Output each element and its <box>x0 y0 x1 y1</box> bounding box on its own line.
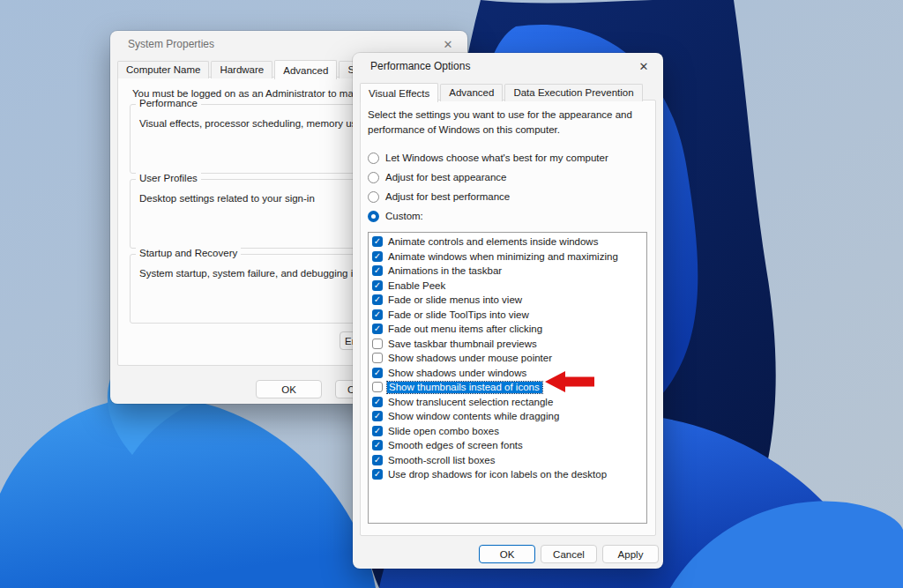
list-item-smooth-scroll-list-boxes[interactable]: ✓Smooth-scroll list boxes <box>369 453 646 468</box>
radio-icon[interactable] <box>368 172 379 183</box>
checkbox-icon[interactable]: ✓ <box>372 309 383 320</box>
apply-button[interactable]: Apply <box>602 545 659 563</box>
list-item-label: Save taskbar thumbnail previews <box>388 339 537 349</box>
list-item-label: Animations in the taskbar <box>388 265 502 276</box>
radio-icon[interactable] <box>368 191 379 203</box>
tab-po-advanced[interactable]: Advanced <box>440 84 503 101</box>
checkbox-icon[interactable]: ✓ <box>372 426 383 436</box>
radio-option-label: Let Windows choose what's best for my co… <box>385 153 608 163</box>
visual-effects-radio-group: Let Windows choose what's best for my co… <box>368 148 608 226</box>
checkbox-icon[interactable]: ✓ <box>372 236 383 247</box>
radio-option-label: Adjust for best performance <box>385 191 510 202</box>
red-arrow-annotation-icon <box>542 369 597 394</box>
radio-option-adjust-for-best-appearance[interactable]: Adjust for best appearance <box>368 167 608 187</box>
checkbox-icon[interactable]: ✓ <box>372 440 383 450</box>
checkbox-icon[interactable]: ✓ <box>372 411 383 421</box>
list-item-show-translucent-selection-rectangle[interactable]: ✓Show translucent selection rectangle <box>369 395 646 410</box>
checkbox-icon[interactable]: ✓ <box>372 265 383 276</box>
list-item-smooth-edges-of-screen-fonts[interactable]: ✓Smooth edges of screen fonts <box>369 438 646 453</box>
checkbox-icon[interactable]: ✓ <box>372 397 383 407</box>
checkbox-icon[interactable]: ✓ <box>372 294 383 305</box>
performance-options-titlebar: Performance Options ✕ <box>353 53 663 79</box>
list-item-label: Fade or slide menus into view <box>388 294 522 305</box>
list-item-fade-out-menu-items-after-clicking[interactable]: ✓Fade out menu items after clicking <box>369 322 646 337</box>
list-item-save-taskbar-thumbnail-previews[interactable]: Save taskbar thumbnail previews <box>369 337 646 352</box>
list-item-fade-or-slide-menus-into-view[interactable]: ✓Fade or slide menus into view <box>369 293 646 308</box>
tab-po-data-execution-prevention[interactable]: Data Execution Prevention <box>504 84 642 101</box>
checkbox-icon[interactable]: ✓ <box>372 455 383 465</box>
list-item-label: Use drop shadows for icon labels on the … <box>388 469 607 480</box>
checkbox-icon[interactable] <box>372 339 383 349</box>
radio-option-label: Adjust for best appearance <box>385 172 506 182</box>
group-startup-recovery-title: Startup and Recovery <box>136 248 241 258</box>
checkbox-icon[interactable]: ✓ <box>372 469 383 480</box>
performance-options-tabrow: Visual EffectsAdvancedData Execution Pre… <box>360 83 645 101</box>
list-item-label: Smooth-scroll list boxes <box>388 455 495 465</box>
visual-effects-description: Select the settings you want to use for … <box>368 108 643 138</box>
list-item-label: Show translucent selection rectangle <box>388 397 553 407</box>
close-icon[interactable]: ✕ <box>434 38 462 51</box>
list-item-use-drop-shadows-for-icon-labels-on-the-desktop[interactable]: ✓Use drop shadows for icon labels on the… <box>369 467 646 482</box>
list-item-label: Fade or slide ToolTips into view <box>388 309 529 320</box>
list-item-label: Show window contents while dragging <box>388 411 559 421</box>
list-item-show-shadows-under-windows[interactable]: ✓Show shadows under windows <box>369 366 646 381</box>
performance-options-title: Performance Options <box>370 60 470 72</box>
checkbox-icon[interactable]: ✓ <box>372 368 383 378</box>
list-item-animate-controls-and-elements-inside-windows[interactable]: ✓Animate controls and elements inside wi… <box>369 234 646 249</box>
list-item-animations-in-the-taskbar[interactable]: ✓Animations in the taskbar <box>369 264 646 279</box>
checkbox-icon[interactable] <box>372 353 383 363</box>
tab-sp-computer-name[interactable]: Computer Name <box>117 61 209 78</box>
performance-options-dialog: Performance Options ✕ Visual EffectsAdva… <box>353 53 663 569</box>
radio-option-let-windows-choose-what-s-best-for-my-computer[interactable]: Let Windows choose what's best for my co… <box>368 148 608 167</box>
radio-option-custom[interactable]: Custom: <box>368 206 608 226</box>
system-properties-title: System Properties <box>128 38 214 50</box>
list-item-fade-or-slide-tooltips-into-view[interactable]: ✓Fade or slide ToolTips into view <box>369 308 646 323</box>
checkbox-icon[interactable] <box>372 382 383 392</box>
checkbox-icon[interactable]: ✓ <box>372 280 383 291</box>
list-item-label-highlighted: Show thumbnails instead of icons <box>387 382 542 393</box>
tab-sp-advanced[interactable]: Advanced <box>274 60 337 79</box>
radio-option-label: Custom: <box>385 211 423 221</box>
close-icon[interactable]: ✕ <box>630 60 658 73</box>
list-item-label: Show shadows under mouse pointer <box>388 353 552 363</box>
cancel-button[interactable]: Cancel <box>541 545 597 563</box>
list-item-show-window-contents-while-dragging[interactable]: ✓Show window contents while dragging <box>369 409 646 424</box>
group-performance-title: Performance <box>136 98 201 108</box>
tab-sp-hardware[interactable]: Hardware <box>211 61 272 78</box>
admin-note: You must be logged on as an Administrato… <box>132 88 386 99</box>
checkbox-icon[interactable]: ✓ <box>372 251 383 262</box>
ok-button[interactable]: OK <box>256 380 322 398</box>
list-item-label: Fade out menu items after clicking <box>388 324 542 334</box>
list-item-label: Enable Peek <box>388 280 445 291</box>
visual-effects-listbox[interactable]: ✓Animate controls and elements inside wi… <box>368 232 647 524</box>
list-item-label: Animate windows when minimizing and maxi… <box>388 251 618 262</box>
list-item-show-thumbnails-instead-of-icons[interactable]: Show thumbnails instead of icons <box>369 380 646 395</box>
radio-selected-icon[interactable] <box>368 211 379 222</box>
list-item-slide-open-combo-boxes[interactable]: ✓Slide open combo boxes <box>369 424 646 439</box>
list-item-label: Animate controls and elements inside win… <box>388 236 598 247</box>
list-item-label: Smooth edges of screen fonts <box>388 440 523 450</box>
list-item-enable-peek[interactable]: ✓Enable Peek <box>369 279 646 294</box>
group-user-profiles-title: User Profiles <box>136 173 201 183</box>
checkbox-icon[interactable]: ✓ <box>372 324 383 334</box>
list-item-label: Slide open combo boxes <box>388 426 499 436</box>
list-item-label: Show shadows under windows <box>388 368 526 378</box>
tab-po-visual-effects[interactable]: Visual Effects <box>360 83 438 102</box>
radio-option-adjust-for-best-performance[interactable]: Adjust for best performance <box>368 187 608 206</box>
ok-button[interactable]: OK <box>479 545 535 563</box>
radio-icon[interactable] <box>368 153 379 164</box>
list-item-animate-windows-when-minimizing-and-maximizing[interactable]: ✓Animate windows when minimizing and max… <box>369 249 646 264</box>
list-item-show-shadows-under-mouse-pointer[interactable]: Show shadows under mouse pointer <box>369 351 646 366</box>
